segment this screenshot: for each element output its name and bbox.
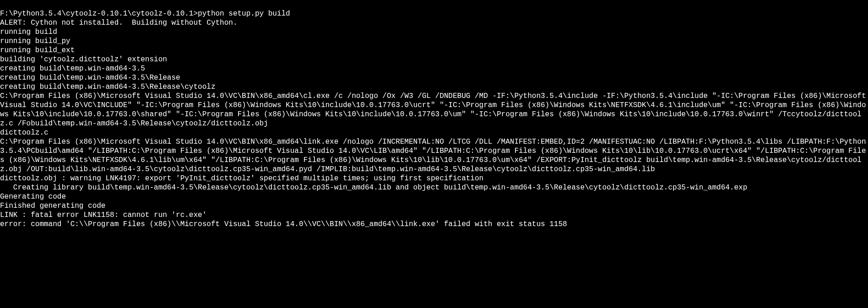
output-line: Generating code (0, 192, 868, 201)
output-line: C:\Program Files (x86)\Microsoft Visual … (0, 137, 868, 174)
output-line: ALERT: Cython not installed. Building wi… (0, 18, 868, 27)
output-line: dicttoolz.obj : warning LNK4197: export … (0, 174, 868, 183)
output-line: dicttoolz.c (0, 128, 868, 137)
output-line: creating build\temp.win-amd64-3.5\Releas… (0, 73, 868, 82)
output-line: Creating library build\temp.win-amd64-3.… (0, 183, 868, 192)
output-line: building 'cytoolz.dicttoolz' extension (0, 55, 868, 64)
output-line: creating build\temp.win-amd64-3.5\Releas… (0, 82, 868, 92)
output-line: running build (0, 27, 868, 37)
output-line: running build_ext (0, 46, 868, 55)
prompt-line: F:\Python3.5.4\cytoolz-0.10.1\cytoolz-0.… (0, 9, 868, 18)
terminal-output[interactable]: F:\Python3.5.4\cytoolz-0.10.1\cytoolz-0.… (0, 0, 868, 238)
output-line: error: command 'C:\\Program Files (x86)\… (0, 220, 868, 229)
output-line: running build_py (0, 37, 868, 46)
output-line: LINK : fatal error LNK1158: cannot run '… (0, 211, 868, 220)
output-line: Finished generating code (0, 201, 868, 211)
output-line: creating build\temp.win-amd64-3.5 (0, 64, 868, 73)
output-line: C:\Program Files (x86)\Microsoft Visual … (0, 92, 868, 128)
